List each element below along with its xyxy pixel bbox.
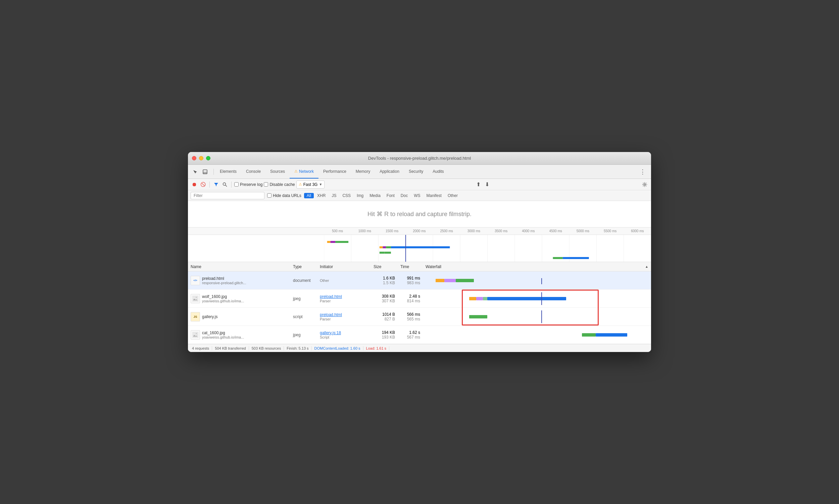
svg-rect-1	[203, 172, 207, 174]
tab-memory[interactable]: Memory	[351, 165, 375, 179]
filter-font[interactable]: Font	[384, 193, 397, 198]
filter-manifest[interactable]: Manifest	[424, 193, 444, 198]
disable-cache-checkbox[interactable]	[264, 182, 268, 186]
upload-icon[interactable]: ⬆	[475, 181, 482, 188]
search-icon[interactable]	[221, 181, 229, 188]
svg-point-2	[223, 182, 226, 185]
col-header-waterfall[interactable]: Waterfall ▲	[426, 265, 648, 269]
svg-rect-21	[383, 246, 386, 248]
svg-rect-17	[327, 241, 331, 243]
row-name-1: wolf_1600.jpg yoavweiss.github.io/ima...	[188, 290, 290, 307]
hide-data-urls-checkbox[interactable]	[267, 193, 271, 198]
row-time-0: 991 ms 983 ms	[398, 271, 423, 289]
svg-rect-29	[192, 295, 198, 302]
tab-performance[interactable]: Performance	[319, 165, 351, 179]
timeline-svg	[324, 235, 651, 262]
filter-css[interactable]: CSS	[340, 193, 353, 198]
sort-icon: ▲	[645, 265, 648, 268]
row-time-1: 2.48 s 814 ms	[398, 290, 423, 307]
row-size-3: 194 KB 193 KB	[371, 326, 398, 344]
tab-application[interactable]: Application	[375, 165, 404, 179]
filmstrip-message: Hit ⌘ R to reload and capture filmstrip.	[368, 211, 471, 217]
table-row[interactable]: JS gallery.js script preload.html Parser…	[188, 308, 651, 326]
hide-data-urls-label[interactable]: Hide data URLs	[267, 193, 301, 198]
close-button[interactable]	[192, 156, 196, 160]
ruler-mark-4: 2500 ms	[433, 229, 460, 233]
filter-other[interactable]: Other	[445, 193, 461, 198]
row-url-0: responsive-preload.glitch...	[202, 281, 246, 285]
row-size-1: 308 KB 307 KB	[371, 290, 398, 307]
col-header-type[interactable]: Type	[293, 265, 320, 269]
svg-point-30	[196, 296, 197, 298]
filter-bar: Hide data URLs All XHR JS CSS Img Media …	[188, 190, 651, 201]
ruler-mark-2: 1500 ms	[378, 229, 406, 233]
file-icon-js: JS	[191, 312, 200, 322]
svg-rect-23	[391, 246, 450, 248]
filter-ws[interactable]: WS	[411, 193, 423, 198]
row-waterfall-1	[423, 290, 651, 307]
tab-network[interactable]: Network	[290, 165, 319, 179]
network-toolbar: ⏺ 🚫 Preserve log Disable ca	[188, 179, 651, 190]
col-header-initiator[interactable]: Initiator	[320, 265, 374, 269]
tab-elements[interactable]: Elements	[215, 165, 241, 179]
col-header-name[interactable]: Name	[191, 265, 293, 269]
throttle-select[interactable]: ⚠ Fast 3G ▼	[296, 181, 325, 188]
svg-point-32	[196, 333, 197, 334]
file-icon-img-3	[191, 330, 200, 340]
filter-js[interactable]: JS	[329, 193, 339, 198]
filter-xhr[interactable]: XHR	[315, 193, 328, 198]
row-type-2: script	[290, 308, 317, 325]
tab-audits[interactable]: Audits	[428, 165, 448, 179]
filter-doc[interactable]: Doc	[398, 193, 410, 198]
tab-sources[interactable]: Sources	[266, 165, 290, 179]
dock-icon[interactable]	[201, 167, 210, 176]
timeline-ruler: 500 ms 1000 ms 1500 ms 2000 ms 2500 ms 3…	[188, 228, 651, 235]
tab-icons	[191, 167, 210, 176]
ruler-mark-3: 2000 ms	[406, 229, 433, 233]
clear-button[interactable]: 🚫	[199, 181, 207, 188]
settings-icon[interactable]	[641, 181, 648, 188]
download-icon[interactable]: ⬇	[484, 181, 491, 188]
tab-security[interactable]: Security	[404, 165, 428, 179]
svg-rect-25	[384, 252, 391, 254]
devtools-window: DevTools - responsive-preload.glitch.me/…	[188, 152, 651, 352]
timeline-chart	[324, 235, 651, 262]
row-time-3: 1.62 s 567 ms	[398, 326, 423, 344]
filter-input[interactable]	[191, 192, 265, 199]
more-tabs-icon[interactable]: ⋮	[637, 168, 648, 176]
ruler-marks: 500 ms 1000 ms 1500 ms 2000 ms 2500 ms 3…	[324, 229, 651, 233]
row-filename-3: cat_1600.jpg	[202, 330, 244, 335]
cursor-icon[interactable]	[191, 167, 199, 176]
row-waterfall-2	[423, 308, 651, 325]
row-filename-0: preload.html	[202, 276, 246, 281]
filter-icon[interactable]	[212, 181, 220, 188]
row-waterfall-3	[423, 326, 651, 344]
row-filename-2: gallery.js	[202, 314, 217, 319]
status-dom-content-loaded: DOMContentLoaded: 1.60 s	[312, 346, 363, 350]
tab-console[interactable]: Console	[241, 165, 266, 179]
window-title: DevTools - responsive-preload.glitch.me/…	[368, 156, 471, 161]
disable-cache-label[interactable]: Disable cache	[264, 182, 294, 187]
ruler-mark-5: 3000 ms	[460, 229, 487, 233]
maximize-button[interactable]	[206, 156, 210, 160]
filter-all[interactable]: All	[304, 193, 314, 198]
svg-rect-26	[553, 257, 563, 259]
table-row[interactable]: cat_1600.jpg yoavweiss.github.io/ima... …	[188, 326, 651, 344]
preserve-log-label[interactable]: Preserve log	[234, 182, 263, 187]
row-initiator-3: gallery.js:18 Script	[317, 326, 371, 344]
preserve-log-checkbox[interactable]	[234, 182, 238, 186]
record-button[interactable]: ⏺	[191, 181, 198, 188]
filter-img[interactable]: Img	[354, 193, 366, 198]
filter-media[interactable]: Media	[367, 193, 383, 198]
table-row[interactable]: </> preload.html responsive-preload.glit…	[188, 271, 651, 290]
title-bar: DevTools - responsive-preload.glitch.me/…	[188, 152, 651, 165]
col-header-time[interactable]: Time	[400, 265, 426, 269]
row-initiator-1: preload.html Parser	[317, 290, 371, 307]
table-row[interactable]: wolf_1600.jpg yoavweiss.github.io/ima...…	[188, 290, 651, 308]
row-initiator-2: preload.html Parser	[317, 308, 371, 325]
filter-type-buttons: All XHR JS CSS Img Media Font Doc WS Man…	[304, 193, 461, 198]
status-resources: 503 KB resources	[249, 346, 284, 350]
row-type-1: jpeg	[290, 290, 317, 307]
minimize-button[interactable]	[199, 156, 203, 160]
col-header-size[interactable]: Size	[374, 265, 400, 269]
